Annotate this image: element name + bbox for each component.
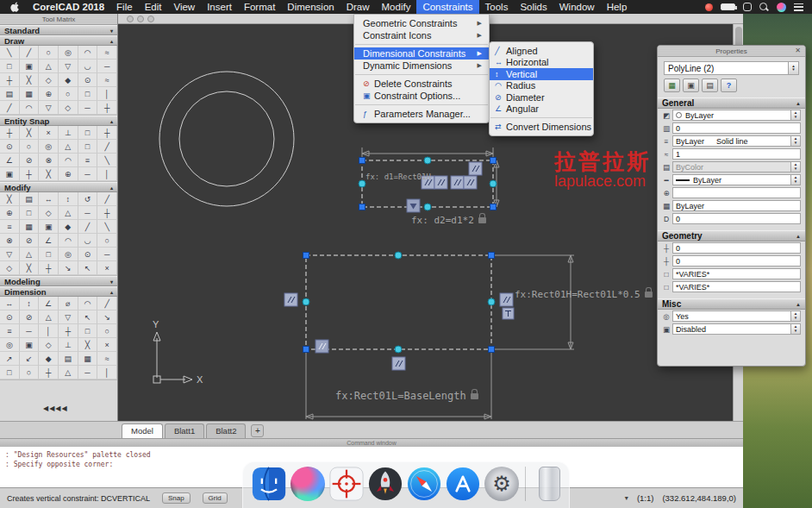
tool-icon[interactable]: ∠ (0, 154, 20, 167)
menu-draw[interactable]: Draw (340, 0, 376, 14)
tool-icon[interactable]: ┼ (39, 366, 59, 379)
tool-icon[interactable]: ↖ (78, 310, 98, 324)
fx-expression-rect01h[interactable]: fx:Rect01H=Rect01L*0.5 (515, 289, 653, 300)
tool-icon[interactable]: ◠ (78, 297, 98, 310)
tool-icon[interactable]: ○ (97, 324, 117, 338)
menu-item-dimensional-constraints[interactable]: Dimensional Constraints ▶ (354, 47, 489, 60)
tool-icon[interactable]: ⌀ (59, 297, 78, 310)
tool-icon[interactable]: ▤ (0, 87, 20, 101)
layers-icon[interactable]: ▤ (702, 78, 718, 92)
tool-icon[interactable]: ∠ (39, 234, 59, 248)
record-icon[interactable] (705, 3, 713, 11)
tool-icon[interactable]: ╲ (97, 220, 117, 234)
tool-icon[interactable]: ⊘ (20, 310, 40, 324)
section-dimension[interactable]: Dimension ▴ (0, 286, 117, 297)
submenu-item-vertical[interactable]: ↕ Vertical (490, 68, 593, 80)
copy-properties-icon[interactable]: ▣ (683, 78, 699, 92)
submenu-item-angular[interactable]: ∠ Angular (490, 103, 593, 116)
chevron-updown-icon[interactable]: ▲▼ (790, 310, 801, 322)
tool-icon[interactable]: ⊘ (20, 234, 40, 248)
geometry-field-4[interactable]: *VARIES* (672, 281, 801, 292)
collapse-arrow-icon[interactable]: ▴ (110, 38, 113, 44)
tool-icon[interactable]: ◇ (0, 261, 20, 275)
tool-icon[interactable]: ≡ (0, 220, 20, 234)
tool-icon[interactable]: □ (78, 126, 98, 140)
tool-icon[interactable]: ◎ (59, 46, 78, 60)
palette-collapse-arrows[interactable]: ◀◀◀◀ (43, 405, 68, 412)
tool-icon[interactable]: ◆ (59, 220, 78, 234)
properties-section-general[interactable]: General ▲ (658, 97, 805, 109)
traffic-light-minimize[interactable] (137, 16, 144, 22)
tool-icon[interactable]: ─ (20, 324, 40, 338)
tool-icon[interactable]: ▣ (20, 60, 40, 73)
tool-icon[interactable]: ┼ (59, 324, 78, 338)
menu-item-geometric-constraints[interactable]: Geometric Constraints ▶ (354, 17, 489, 29)
menu-item-parameters-manager[interactable]: ƒ Parameters Manager... (354, 108, 489, 120)
chevron-updown-icon[interactable]: ▲▼ (790, 161, 801, 172)
search-icon[interactable] (759, 3, 769, 12)
tool-icon[interactable]: ◎ (59, 248, 78, 261)
tool-icon[interactable]: ⊥ (59, 338, 78, 352)
tool-icon[interactable]: ⊙ (0, 140, 20, 154)
menu-item-dynamic-dimensions[interactable]: Dynamic Dimensions ▶ (354, 60, 489, 72)
tool-icon[interactable]: ▽ (0, 248, 20, 261)
tool-icon[interactable]: ─ (78, 366, 98, 379)
tool-icon[interactable]: ▽ (39, 101, 59, 115)
properties-titlebar[interactable]: Properties ✕ (658, 46, 805, 57)
properties-section-geometry[interactable]: Geometry ▲ (658, 230, 805, 241)
close-icon[interactable]: ✕ (795, 47, 801, 54)
fx-expression-d1[interactable]: fx: d1=Rect01H (365, 172, 431, 181)
chevron-updown-icon[interactable]: ▲▼ (790, 135, 801, 147)
menu-file[interactable]: File (110, 0, 139, 14)
tool-icon[interactable]: □ (0, 366, 20, 379)
traffic-light-close[interactable] (127, 16, 134, 22)
tool-icon[interactable]: □ (78, 87, 98, 101)
section-modify[interactable]: Modify ▴ (0, 182, 117, 192)
add-sheet-button[interactable]: + (251, 424, 264, 437)
command-window-titlebar[interactable]: Command window (0, 438, 743, 447)
closed-select[interactable]: Yes ▲▼ (672, 310, 801, 322)
tool-icon[interactable]: ▣ (39, 220, 59, 234)
tool-icon[interactable]: ┼ (20, 167, 40, 181)
collapse-arrow-icon[interactable]: ▴ (110, 118, 113, 124)
menu-item-delete-constraints[interactable]: ⊘ Delete Constraints (354, 78, 489, 90)
siri-dock-icon[interactable] (290, 467, 325, 501)
tool-icon[interactable]: ◎ (0, 338, 20, 352)
chevron-updown-icon[interactable]: ▲▼ (790, 110, 801, 121)
chevron-updown-icon[interactable]: ▲▼ (790, 323, 801, 335)
tool-icon[interactable]: △ (39, 60, 59, 73)
chevron-down-icon[interactable]: ▾ (625, 494, 628, 502)
tool-icon[interactable]: ◇ (39, 73, 59, 87)
tool-icon[interactable]: △ (59, 366, 78, 379)
tool-icon[interactable]: ⊕ (0, 206, 20, 220)
tool-icon[interactable]: × (39, 126, 59, 140)
tool-icon[interactable]: ⊕ (59, 167, 78, 181)
tool-icon[interactable]: □ (20, 206, 40, 220)
menu-insert[interactable]: Insert (201, 0, 238, 14)
tool-icon[interactable]: ╲ (97, 154, 117, 167)
tool-icon[interactable]: ⊙ (78, 73, 98, 87)
apple-icon[interactable] (0, 2, 27, 12)
tool-icon[interactable]: □ (78, 140, 98, 154)
collapse-arrow-icon[interactable]: ▾ (110, 279, 113, 285)
color-select[interactable]: ByLayer ▲▼ (672, 110, 801, 121)
chevron-updown-icon[interactable]: ▲▼ (788, 62, 798, 74)
corelcad-dock-icon[interactable] (329, 467, 364, 501)
tool-icon[interactable]: ▦ (20, 220, 40, 234)
tool-icon[interactable]: │ (39, 324, 59, 338)
menu-item-constraint-icons[interactable]: Constraint Icons ▶ (354, 29, 489, 41)
tool-icon[interactable]: ╲ (0, 46, 20, 60)
tool-icon[interactable]: ⊗ (0, 234, 20, 248)
geometry-field-3[interactable]: *VARIES* (672, 268, 801, 279)
tool-icon[interactable]: ◠ (78, 46, 98, 60)
tool-icon[interactable]: ┼ (0, 126, 20, 140)
tool-icon[interactable]: ◠ (59, 154, 78, 167)
menu-format[interactable]: Format (238, 0, 281, 14)
tool-icon[interactable]: ─ (78, 167, 98, 181)
collapse-arrow-icon[interactable]: ▴ (110, 289, 113, 295)
tool-icon[interactable]: ◡ (78, 234, 98, 248)
section-draw[interactable]: Draw ▴ (0, 35, 117, 46)
geometry-field-1[interactable]: 0 (672, 242, 801, 254)
tool-icon[interactable]: ○ (39, 46, 59, 60)
tool-icon[interactable]: ↖ (78, 261, 98, 275)
